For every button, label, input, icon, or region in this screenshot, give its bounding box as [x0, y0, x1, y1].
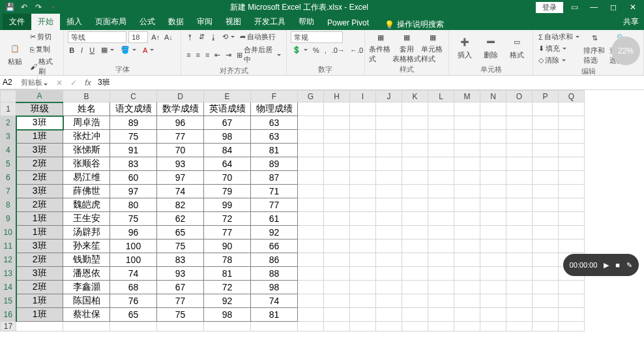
cell-17-P[interactable] — [533, 322, 559, 332]
tell-me-search[interactable]: 💡 操作说明搜索 — [385, 19, 444, 30]
cell-3-H[interactable] — [324, 130, 350, 144]
cell-8-L[interactable] — [428, 198, 454, 212]
col-header-L[interactable]: L — [428, 91, 454, 102]
cell-14-D[interactable]: 67 — [157, 281, 204, 294]
cell-7-I[interactable] — [350, 185, 376, 198]
cell-12-B[interactable]: 钱勤堃 — [63, 253, 110, 267]
cell-12-P[interactable] — [533, 253, 559, 267]
tab-layout[interactable]: 页面布局 — [89, 14, 133, 30]
increase-font-icon[interactable]: A↑ — [150, 31, 161, 43]
cell-16-A[interactable]: 1班 — [16, 308, 63, 322]
cell-15-Q[interactable] — [559, 294, 585, 308]
cell-13-L[interactable] — [428, 267, 454, 281]
align-center-icon[interactable]: ≡ — [195, 44, 201, 65]
cell-11-P[interactable] — [533, 240, 559, 253]
italic-icon[interactable]: I — [80, 45, 84, 55]
cell-3-L[interactable] — [428, 130, 454, 144]
cell-6-B[interactable]: 易江维 — [63, 171, 110, 185]
cell-8-J[interactable] — [376, 198, 402, 212]
cell-3-N[interactable] — [480, 130, 506, 144]
cell-15-O[interactable] — [506, 294, 533, 308]
autosum-button[interactable]: Σ 自动求和 — [537, 31, 581, 42]
col-header-O[interactable]: O — [506, 91, 533, 102]
cell-8-Q[interactable] — [559, 198, 585, 212]
cell-12-A[interactable]: 2班 — [16, 253, 63, 267]
align-bottom-icon[interactable]: ⭳ — [209, 31, 218, 42]
dec-decimal-icon[interactable]: ←.0 — [349, 45, 364, 55]
ribbon-options-icon[interactable]: ▭ — [566, 0, 583, 14]
cell-14-Q[interactable] — [559, 281, 585, 294]
cell-5-P[interactable] — [533, 157, 559, 171]
cell-6-J[interactable] — [376, 171, 402, 185]
cell-15-K[interactable] — [402, 294, 428, 308]
cell-7-G[interactable] — [298, 185, 324, 198]
cell-10-K[interactable] — [402, 226, 428, 240]
cell-1-K[interactable] — [402, 102, 428, 116]
tab-data[interactable]: 数据 — [162, 14, 190, 30]
cell-11-F[interactable]: 66 — [251, 240, 298, 253]
decrease-font-icon[interactable]: A↓ — [163, 31, 174, 43]
cell-15-B[interactable]: 陈国柏 — [63, 294, 110, 308]
cell-6-N[interactable] — [480, 171, 506, 185]
cell-3-B[interactable]: 张灶冲 — [63, 130, 110, 144]
col-header-G[interactable]: G — [298, 91, 324, 102]
cell-14-O[interactable] — [506, 281, 533, 294]
format-cell-button[interactable]: ▭格式 — [505, 31, 529, 64]
cell-16-H[interactable] — [324, 308, 350, 322]
cell-16-P[interactable] — [533, 308, 559, 322]
row-header-15[interactable]: 15 — [1, 294, 16, 308]
edit-icon[interactable]: ✎ — [626, 261, 632, 270]
col-header-N[interactable]: N — [480, 91, 506, 102]
cell-9-M[interactable] — [454, 212, 480, 226]
cell-2-K[interactable] — [402, 116, 428, 130]
cell-10-A[interactable]: 1班 — [16, 226, 63, 240]
cell-6-E[interactable]: 70 — [204, 171, 251, 185]
cell-1-F[interactable]: 物理成绩 — [251, 102, 298, 116]
cell-5-D[interactable]: 93 — [157, 157, 204, 171]
cell-13-G[interactable] — [298, 267, 324, 281]
cell-15-E[interactable]: 92 — [204, 294, 251, 308]
cell-6-P[interactable] — [533, 171, 559, 185]
cell-7-J[interactable] — [376, 185, 402, 198]
copy-button[interactable]: ⎘ 复制 — [29, 44, 59, 55]
cell-13-H[interactable] — [324, 267, 350, 281]
undo-icon[interactable]: ↶ — [18, 1, 30, 13]
cell-4-D[interactable]: 70 — [157, 144, 204, 157]
cell-14-J[interactable] — [376, 281, 402, 294]
row-header-14[interactable]: 14 — [1, 281, 16, 294]
cell-8-O[interactable] — [506, 198, 533, 212]
minimize-icon[interactable]: — — [585, 0, 602, 14]
cell-7-K[interactable] — [402, 185, 428, 198]
cell-4-P[interactable] — [533, 144, 559, 157]
cell-16-D[interactable]: 75 — [157, 308, 204, 322]
col-header-M[interactable]: M — [454, 91, 480, 102]
row-header-10[interactable]: 10 — [1, 226, 16, 240]
cell-4-I[interactable] — [350, 144, 376, 157]
cell-8-H[interactable] — [324, 198, 350, 212]
cell-4-B[interactable]: 张悌斯 — [63, 144, 110, 157]
orientation-icon[interactable]: ⟲ — [221, 31, 236, 42]
cell-10-O[interactable] — [506, 226, 533, 240]
cell-4-M[interactable] — [454, 144, 480, 157]
cell-11-M[interactable] — [454, 240, 480, 253]
enter-formula-icon[interactable]: ✓ — [66, 78, 81, 87]
cell-7-B[interactable]: 薛佛世 — [63, 185, 110, 198]
row-header-9[interactable]: 9 — [1, 212, 16, 226]
cell-15-M[interactable] — [454, 294, 480, 308]
formula-input[interactable]: 3班 — [95, 76, 644, 89]
col-header-Q[interactable]: Q — [559, 91, 585, 102]
cell-7-H[interactable] — [324, 185, 350, 198]
cell-1-M[interactable] — [454, 102, 480, 116]
cell-8-A[interactable]: 2班 — [16, 198, 63, 212]
col-header-A[interactable]: A — [16, 91, 63, 102]
cell-2-O[interactable] — [506, 116, 533, 130]
cell-16-E[interactable]: 98 — [204, 308, 251, 322]
tab-help[interactable]: 帮助 — [292, 14, 321, 30]
row-header-4[interactable]: 4 — [1, 144, 16, 157]
cell-10-E[interactable]: 77 — [204, 226, 251, 240]
cell-9-L[interactable] — [428, 212, 454, 226]
cell-17-G[interactable] — [298, 322, 324, 332]
cell-1-H[interactable] — [324, 102, 350, 116]
tab-file[interactable]: 文件 — [3, 14, 31, 30]
cell-11-L[interactable] — [428, 240, 454, 253]
